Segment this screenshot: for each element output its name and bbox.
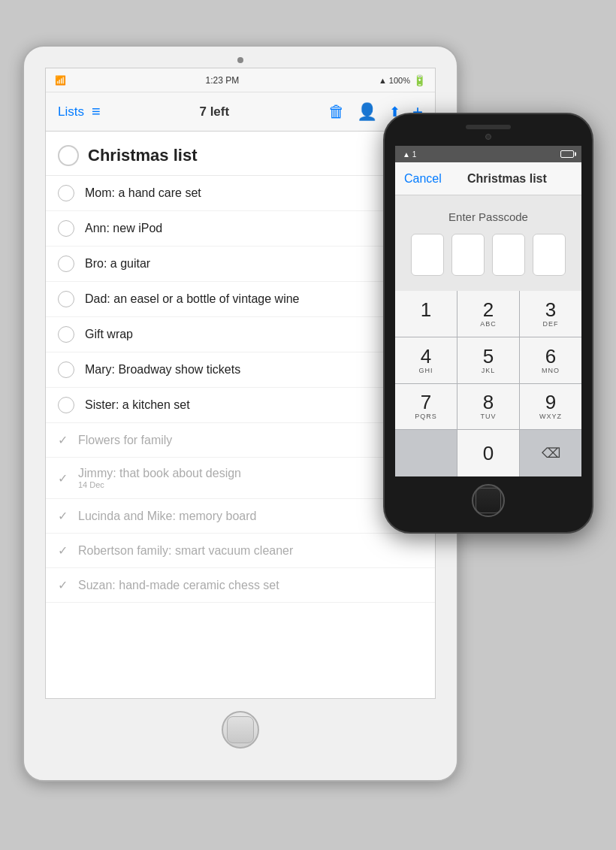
numpad-row-2: 4 GHI 5 JKL 6 MNO (395, 337, 581, 384)
iphone-home-area (472, 476, 505, 526)
list-item[interactable]: Dad: an easel or a bottle of vintage win… (46, 282, 435, 317)
list-item[interactable]: Gift wrap (46, 317, 435, 352)
ipad-time: 1:23 PM (66, 75, 379, 86)
iphone-status-right (557, 150, 574, 158)
check-icon: ✓ (58, 509, 68, 523)
passcode-dots (411, 234, 566, 276)
iphone-speaker (466, 125, 511, 129)
numpad-key-1[interactable]: 1 (395, 291, 457, 337)
ipad-signal-text: ▲ 100% (379, 76, 410, 85)
numpad-key-5[interactable]: 5 JKL (457, 337, 520, 384)
item-text: Suzan: hand-made ceramic chess set (78, 579, 279, 592)
passcode-dot-2 (451, 234, 485, 276)
item-text: Robertson family: smart vacuum cleaner (78, 544, 293, 558)
item-text-with-date: Jimmy: that book about design 14 Dec (78, 467, 241, 489)
scene: 📶 1:23 PM ▲ 100% 🔋 Lists ≡ 7 left 🗑 👤 (0, 0, 616, 850)
item-text: Lucinda and Mike: memory board (78, 510, 256, 523)
item-circle (58, 291, 74, 307)
numpad-row-1: 1 2 ABC 3 DEF (395, 291, 581, 337)
iphone-screen: ▲ 1 Cancel Christmas list Enter Passcode (395, 146, 581, 476)
ipad-battery-icon: 🔋 (413, 74, 426, 86)
passcode-dot-1 (411, 234, 444, 276)
passcode-dot-3 (492, 234, 525, 276)
cancel-button[interactable]: Cancel (404, 172, 442, 186)
iphone-camera (485, 134, 491, 140)
wifi-icon: 📶 (55, 75, 66, 86)
list-item[interactable]: Ann: new iPod (46, 211, 435, 247)
iphone-numpad: 1 2 ABC 3 DEF (395, 291, 581, 476)
numpad-key-2[interactable]: 2 ABC (457, 291, 520, 337)
ipad-status-left: 📶 (55, 75, 66, 86)
numpad-key-0[interactable]: 0 (457, 430, 520, 476)
check-icon: ✓ (58, 433, 68, 447)
ipad-camera (237, 57, 243, 63)
item-text: Dad: an easel or a bottle of vintage win… (85, 292, 300, 306)
item-text: Ann: new iPod (85, 222, 162, 235)
list-item-checked[interactable]: ✓ Suzan: hand-made ceramic chess set (46, 568, 435, 603)
ipad-list-content: Christmas list Mom: a hand care set Ann:… (46, 132, 435, 698)
item-circle (58, 397, 74, 413)
iphone-nav-title: Christmas list (442, 172, 572, 186)
iphone-signal: ▲ 1 (403, 150, 416, 159)
ipad-home-button[interactable] (222, 711, 259, 749)
item-circle (58, 326, 74, 343)
item-circle (58, 256, 74, 272)
list-item[interactable]: Mary: Broadway show tickets (46, 352, 435, 388)
check-icon: ✓ (58, 543, 68, 558)
list-item[interactable]: Bro: a guitar (46, 247, 435, 282)
iphone-battery-icon (560, 150, 574, 158)
iphone-nav-bar: Cancel Christmas list (395, 162, 581, 195)
ipad-nav-bar: Lists ≡ 7 left 🗑 👤 ⬆ + (46, 92, 435, 132)
list-title: Christmas list (88, 146, 198, 165)
item-circle (58, 220, 74, 237)
list-item-checked[interactable]: ✓ Lucinda and Mike: memory board (46, 499, 435, 534)
numpad-row-3: 7 PQRS 8 TUV 9 WXYZ (395, 384, 581, 431)
check-icon: ✓ (58, 578, 68, 592)
person-icon[interactable]: 👤 (357, 102, 377, 122)
ipad-home-button-inner (227, 716, 254, 743)
iphone-home-button-inner (476, 488, 501, 513)
item-text: Gift wrap (85, 328, 133, 341)
ipad-nav-center: 7 left (101, 104, 328, 119)
ipad-status-bar: 📶 1:23 PM ▲ 100% 🔋 (46, 68, 435, 92)
numpad-key-8[interactable]: 8 TUV (457, 384, 520, 431)
ipad-screen: 📶 1:23 PM ▲ 100% 🔋 Lists ≡ 7 left 🗑 👤 (45, 68, 436, 699)
numpad-row-4: 0 ⌫ (395, 430, 581, 476)
list-item-checked[interactable]: ✓ Jimmy: that book about design 14 Dec (46, 458, 435, 499)
numpad-key-3[interactable]: 3 DEF (520, 291, 581, 337)
list-item-checked[interactable]: ✓ Flowers for family (46, 423, 435, 458)
numpad-key-6[interactable]: 6 MNO (520, 337, 581, 384)
numpad-key-7[interactable]: 7 PQRS (395, 384, 457, 431)
list-item[interactable]: Mom: a hand care set (46, 176, 435, 211)
list-header-circle (58, 145, 79, 166)
ipad-nav-left: Lists ≡ (58, 103, 101, 120)
numpad-key-4[interactable]: 4 GHI (395, 337, 457, 384)
lists-button[interactable]: Lists (58, 104, 84, 119)
item-text: Mary: Broadway show tickets (85, 363, 240, 377)
passcode-label: Enter Passcode (448, 210, 528, 223)
item-text: Mom: a hand care set (85, 186, 201, 200)
check-icon: ✓ (58, 471, 68, 485)
ipad-status-right: ▲ 100% 🔋 (379, 74, 426, 86)
item-text: Flowers for family (78, 434, 172, 447)
list-item[interactable]: Sister: a kitchen set (46, 388, 435, 423)
list-header: Christmas list (46, 132, 435, 176)
iphone-device: ▲ 1 Cancel Christmas list Enter Passcode (383, 113, 593, 534)
numpad-key-9[interactable]: 9 WXYZ (520, 384, 581, 431)
iphone-home-button[interactable] (472, 484, 505, 517)
item-text: Sister: a kitchen set (85, 398, 190, 412)
passcode-area: Enter Passcode 1 (395, 195, 581, 476)
passcode-dot-4 (533, 234, 566, 276)
iphone-status-bar: ▲ 1 (395, 146, 581, 162)
numpad-key-empty (395, 430, 457, 476)
item-circle (58, 185, 74, 201)
item-text: Bro: a guitar (85, 257, 150, 271)
list-item-checked[interactable]: ✓ Robertson family: smart vacuum cleaner (46, 534, 435, 568)
item-circle (58, 361, 74, 378)
numpad-key-delete[interactable]: ⌫ (520, 430, 581, 476)
trash-icon[interactable]: 🗑 (328, 102, 345, 122)
menu-icon[interactable]: ≡ (92, 103, 101, 120)
